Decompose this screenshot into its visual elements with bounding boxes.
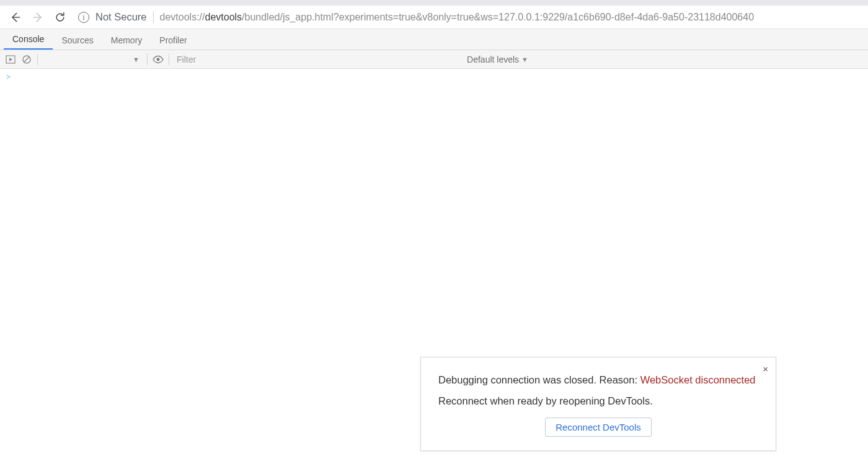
toolbar-divider: [147, 54, 148, 65]
live-expression-button[interactable]: [153, 54, 164, 65]
tab-label: Sources: [61, 35, 93, 45]
filter-input[interactable]: [174, 53, 410, 66]
console-body[interactable]: > × Debugging connection was closed. Rea…: [0, 69, 868, 464]
security-label: Not Secure: [95, 11, 147, 23]
dialog-close-button[interactable]: ×: [763, 364, 768, 374]
log-levels-selector[interactable]: Default levels ▼: [467, 55, 528, 64]
url-text: devtools://devtools/bundled/js_app.html?…: [160, 12, 754, 23]
sidebar-toggle-icon: [6, 55, 16, 64]
disconnect-dialog: × Debugging connection was closed. Reaso…: [420, 357, 776, 451]
dialog-message-prefix: Debugging connection was closed. Reason:: [438, 374, 640, 385]
url-path: /bundled/js_app.html?experiments=true&v8…: [242, 12, 754, 22]
browser-tabstrip: [0, 0, 868, 6]
tab-sources[interactable]: Sources: [53, 30, 102, 50]
arrow-left-icon: [9, 11, 22, 24]
arrow-right-icon: [32, 11, 44, 24]
eye-icon: [153, 55, 164, 64]
svg-line-5: [24, 57, 29, 62]
tab-memory[interactable]: Memory: [102, 30, 151, 50]
dialog-actions: Reconnect DevTools: [438, 418, 758, 437]
dropdown-caret-icon: ▼: [521, 56, 528, 63]
clear-console-button[interactable]: [21, 54, 32, 65]
info-icon: i: [78, 12, 89, 23]
reload-icon: [54, 11, 66, 24]
svg-marker-3: [9, 58, 12, 61]
address-bar[interactable]: i Not Secure devtools://devtools/bundled…: [76, 11, 859, 24]
back-button[interactable]: [9, 11, 22, 24]
browser-toolbar: i Not Secure devtools://devtools/bundled…: [0, 6, 868, 29]
dialog-message-line1: Debugging connection was closed. Reason:…: [438, 372, 758, 388]
tab-label: Memory: [111, 35, 143, 45]
svg-point-6: [157, 58, 160, 61]
tab-label: Profiler: [159, 35, 187, 45]
toolbar-divider: [37, 54, 38, 65]
toggle-sidebar-button[interactable]: [5, 54, 16, 65]
reconnect-button[interactable]: Reconnect DevTools: [545, 418, 652, 437]
reload-button[interactable]: [53, 11, 67, 24]
context-selector[interactable]: ▼: [43, 53, 142, 66]
tab-console[interactable]: Console: [4, 29, 53, 50]
clear-icon: [22, 55, 32, 64]
toolbar-divider: [169, 54, 169, 65]
forward-button[interactable]: [31, 11, 45, 24]
dialog-message-error: WebSocket disconnected: [640, 374, 756, 385]
dropdown-caret-icon: ▼: [133, 56, 140, 63]
address-separator: [153, 11, 154, 24]
tab-profiler[interactable]: Profiler: [151, 30, 195, 50]
console-prompt-caret-icon: >: [6, 72, 11, 81]
dialog-message-line2: Reconnect when ready by reopening DevToo…: [438, 393, 758, 409]
url-host: devtools: [205, 12, 242, 22]
log-levels-label: Default levels: [467, 55, 519, 64]
tab-label: Console: [12, 34, 44, 44]
url-scheme: devtools://: [160, 12, 205, 22]
devtools-tabs: Console Sources Memory Profiler: [0, 29, 868, 50]
console-toolbar: ▼ Default levels ▼: [0, 50, 868, 69]
